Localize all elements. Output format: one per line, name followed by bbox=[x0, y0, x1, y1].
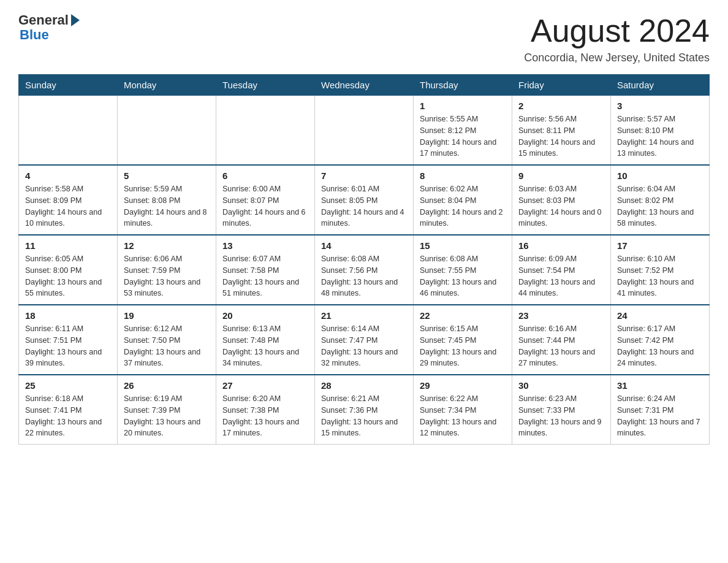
day-number: 14 bbox=[321, 240, 407, 251]
logo: General Blue bbox=[18, 12, 80, 43]
calendar-header-tuesday: Tuesday bbox=[216, 75, 315, 96]
calendar-cell: 9Sunrise: 6:03 AM Sunset: 8:03 PM Daylig… bbox=[512, 165, 611, 235]
calendar-cell: 4Sunrise: 5:58 AM Sunset: 8:09 PM Daylig… bbox=[19, 165, 118, 235]
calendar-cell: 8Sunrise: 6:02 AM Sunset: 8:04 PM Daylig… bbox=[414, 165, 512, 235]
calendar-cell: 3Sunrise: 5:57 AM Sunset: 8:10 PM Daylig… bbox=[611, 96, 710, 166]
calendar-cell: 11Sunrise: 6:05 AM Sunset: 8:00 PM Dayli… bbox=[19, 235, 118, 305]
calendar-cell: 23Sunrise: 6:16 AM Sunset: 7:44 PM Dayli… bbox=[512, 305, 611, 375]
calendar-cell: 20Sunrise: 6:13 AM Sunset: 7:48 PM Dayli… bbox=[216, 305, 315, 375]
calendar-cell: 12Sunrise: 6:06 AM Sunset: 7:59 PM Dayli… bbox=[118, 235, 216, 305]
calendar-header-sunday: Sunday bbox=[19, 75, 118, 96]
calendar-header-monday: Monday bbox=[118, 75, 216, 96]
calendar-header-wednesday: Wednesday bbox=[315, 75, 414, 96]
header: General Blue August 2024 Concordia, New … bbox=[18, 12, 710, 64]
day-info: Sunrise: 5:55 AM Sunset: 8:12 PM Dayligh… bbox=[420, 113, 506, 159]
day-number: 1 bbox=[420, 101, 506, 111]
day-number: 29 bbox=[420, 380, 506, 391]
day-number: 31 bbox=[617, 380, 703, 391]
day-number: 4 bbox=[25, 170, 111, 181]
day-info: Sunrise: 6:10 AM Sunset: 7:52 PM Dayligh… bbox=[617, 253, 703, 299]
logo-general-text: General bbox=[18, 12, 69, 28]
day-info: Sunrise: 6:11 AM Sunset: 7:51 PM Dayligh… bbox=[25, 323, 111, 369]
calendar-cell bbox=[216, 96, 315, 166]
day-number: 19 bbox=[124, 310, 210, 321]
day-info: Sunrise: 6:17 AM Sunset: 7:42 PM Dayligh… bbox=[617, 323, 703, 369]
calendar-cell bbox=[118, 96, 216, 166]
calendar-header-friday: Friday bbox=[512, 75, 611, 96]
day-info: Sunrise: 6:09 AM Sunset: 7:54 PM Dayligh… bbox=[518, 253, 604, 299]
calendar-week-row-2: 11Sunrise: 6:05 AM Sunset: 8:00 PM Dayli… bbox=[19, 235, 710, 305]
day-info: Sunrise: 6:13 AM Sunset: 7:48 PM Dayligh… bbox=[222, 323, 308, 369]
calendar-cell: 30Sunrise: 6:23 AM Sunset: 7:33 PM Dayli… bbox=[512, 375, 611, 445]
day-info: Sunrise: 6:02 AM Sunset: 8:04 PM Dayligh… bbox=[420, 183, 506, 229]
day-number: 18 bbox=[25, 310, 111, 321]
calendar-cell: 14Sunrise: 6:08 AM Sunset: 7:56 PM Dayli… bbox=[315, 235, 414, 305]
day-number: 2 bbox=[518, 101, 604, 111]
day-info: Sunrise: 6:16 AM Sunset: 7:44 PM Dayligh… bbox=[518, 323, 604, 369]
day-info: Sunrise: 6:22 AM Sunset: 7:34 PM Dayligh… bbox=[420, 393, 506, 439]
calendar-cell: 28Sunrise: 6:21 AM Sunset: 7:36 PM Dayli… bbox=[315, 375, 414, 445]
calendar-cell: 18Sunrise: 6:11 AM Sunset: 7:51 PM Dayli… bbox=[19, 305, 118, 375]
title-section: August 2024 Concordia, New Jersey, Unite… bbox=[524, 12, 710, 64]
calendar-cell: 13Sunrise: 6:07 AM Sunset: 7:58 PM Dayli… bbox=[216, 235, 315, 305]
day-number: 8 bbox=[420, 170, 506, 181]
day-number: 23 bbox=[518, 310, 604, 321]
day-info: Sunrise: 5:59 AM Sunset: 8:08 PM Dayligh… bbox=[124, 183, 210, 229]
day-info: Sunrise: 6:15 AM Sunset: 7:45 PM Dayligh… bbox=[420, 323, 506, 369]
day-info: Sunrise: 6:05 AM Sunset: 8:00 PM Dayligh… bbox=[25, 253, 111, 299]
logo-blue-text: Blue bbox=[20, 27, 49, 43]
calendar-week-row-0: 1Sunrise: 5:55 AM Sunset: 8:12 PM Daylig… bbox=[19, 96, 710, 166]
day-number: 15 bbox=[420, 240, 506, 251]
day-info: Sunrise: 6:18 AM Sunset: 7:41 PM Dayligh… bbox=[25, 393, 111, 439]
day-number: 26 bbox=[124, 380, 210, 391]
day-number: 28 bbox=[321, 380, 407, 391]
day-number: 27 bbox=[222, 380, 308, 391]
calendar-cell: 10Sunrise: 6:04 AM Sunset: 8:02 PM Dayli… bbox=[611, 165, 710, 235]
calendar-header-saturday: Saturday bbox=[611, 75, 710, 96]
calendar-cell bbox=[315, 96, 414, 166]
calendar-cell: 25Sunrise: 6:18 AM Sunset: 7:41 PM Dayli… bbox=[19, 375, 118, 445]
day-number: 6 bbox=[222, 170, 308, 181]
calendar-cell: 26Sunrise: 6:19 AM Sunset: 7:39 PM Dayli… bbox=[118, 375, 216, 445]
calendar-week-row-3: 18Sunrise: 6:11 AM Sunset: 7:51 PM Dayli… bbox=[19, 305, 710, 375]
day-number: 17 bbox=[617, 240, 703, 251]
logo-arrow-icon bbox=[71, 14, 80, 26]
day-info: Sunrise: 6:03 AM Sunset: 8:03 PM Dayligh… bbox=[518, 183, 604, 229]
day-info: Sunrise: 6:01 AM Sunset: 8:05 PM Dayligh… bbox=[321, 183, 407, 229]
location-subtitle: Concordia, New Jersey, United States bbox=[524, 52, 710, 64]
day-info: Sunrise: 6:08 AM Sunset: 7:55 PM Dayligh… bbox=[420, 253, 506, 299]
day-number: 24 bbox=[617, 310, 703, 321]
day-number: 21 bbox=[321, 310, 407, 321]
calendar-cell: 19Sunrise: 6:12 AM Sunset: 7:50 PM Dayli… bbox=[118, 305, 216, 375]
day-info: Sunrise: 5:58 AM Sunset: 8:09 PM Dayligh… bbox=[25, 183, 111, 229]
day-number: 12 bbox=[124, 240, 210, 251]
calendar-cell: 5Sunrise: 5:59 AM Sunset: 8:08 PM Daylig… bbox=[118, 165, 216, 235]
day-info: Sunrise: 6:21 AM Sunset: 7:36 PM Dayligh… bbox=[321, 393, 407, 439]
calendar-cell: 7Sunrise: 6:01 AM Sunset: 8:05 PM Daylig… bbox=[315, 165, 414, 235]
day-number: 25 bbox=[25, 380, 111, 391]
month-title: August 2024 bbox=[524, 12, 710, 49]
calendar-cell: 16Sunrise: 6:09 AM Sunset: 7:54 PM Dayli… bbox=[512, 235, 611, 305]
day-info: Sunrise: 6:19 AM Sunset: 7:39 PM Dayligh… bbox=[124, 393, 210, 439]
day-info: Sunrise: 5:57 AM Sunset: 8:10 PM Dayligh… bbox=[617, 113, 703, 159]
calendar-cell: 1Sunrise: 5:55 AM Sunset: 8:12 PM Daylig… bbox=[414, 96, 512, 166]
day-number: 3 bbox=[617, 101, 703, 111]
day-info: Sunrise: 6:12 AM Sunset: 7:50 PM Dayligh… bbox=[124, 323, 210, 369]
day-info: Sunrise: 6:14 AM Sunset: 7:47 PM Dayligh… bbox=[321, 323, 407, 369]
calendar-cell: 17Sunrise: 6:10 AM Sunset: 7:52 PM Dayli… bbox=[611, 235, 710, 305]
calendar-week-row-1: 4Sunrise: 5:58 AM Sunset: 8:09 PM Daylig… bbox=[19, 165, 710, 235]
calendar-cell: 22Sunrise: 6:15 AM Sunset: 7:45 PM Dayli… bbox=[414, 305, 512, 375]
day-number: 30 bbox=[518, 380, 604, 391]
calendar-cell: 27Sunrise: 6:20 AM Sunset: 7:38 PM Dayli… bbox=[216, 375, 315, 445]
calendar-week-row-4: 25Sunrise: 6:18 AM Sunset: 7:41 PM Dayli… bbox=[19, 375, 710, 445]
day-number: 10 bbox=[617, 170, 703, 181]
calendar-header-row: SundayMondayTuesdayWednesdayThursdayFrid… bbox=[19, 75, 710, 96]
day-info: Sunrise: 6:04 AM Sunset: 8:02 PM Dayligh… bbox=[617, 183, 703, 229]
day-info: Sunrise: 6:23 AM Sunset: 7:33 PM Dayligh… bbox=[518, 393, 604, 439]
day-number: 9 bbox=[518, 170, 604, 181]
day-info: Sunrise: 6:20 AM Sunset: 7:38 PM Dayligh… bbox=[222, 393, 308, 439]
day-number: 7 bbox=[321, 170, 407, 181]
calendar-cell: 6Sunrise: 6:00 AM Sunset: 8:07 PM Daylig… bbox=[216, 165, 315, 235]
day-info: Sunrise: 6:07 AM Sunset: 7:58 PM Dayligh… bbox=[222, 253, 308, 299]
day-number: 16 bbox=[518, 240, 604, 251]
